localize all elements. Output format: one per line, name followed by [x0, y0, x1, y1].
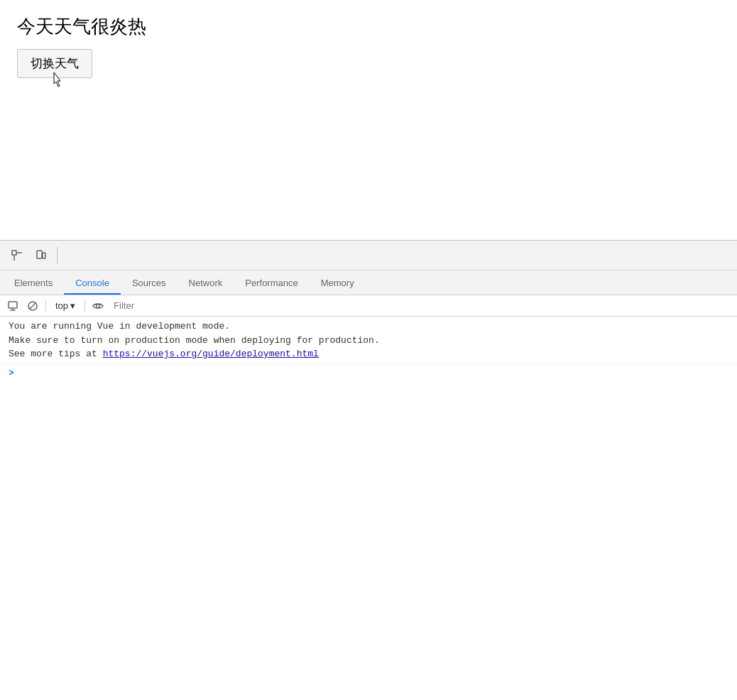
vue-message-line1: You are running Vue in development mode. — [9, 321, 230, 332]
inspect-icon — [11, 250, 23, 261]
filter-toggle-button[interactable] — [89, 297, 107, 315]
toggle-weather-button[interactable]: 切换天气 — [17, 49, 92, 78]
vue-message-line3-prefix: See more tips at — [9, 349, 103, 359]
tab-console[interactable]: Console — [64, 272, 121, 295]
tab-performance[interactable]: Performance — [234, 272, 309, 295]
prompt-arrow: > — [9, 368, 14, 378]
console-output: You are running Vue in development mode.… — [0, 317, 737, 700]
clear-console-button[interactable] — [4, 297, 21, 315]
devtools-toolbar — [0, 241, 737, 270]
vue-message-line2: Make sure to turn on production mode whe… — [9, 335, 380, 346]
tab-network[interactable]: Network — [178, 272, 234, 295]
context-label: top — [55, 300, 68, 311]
console-separator-2 — [84, 300, 85, 312]
eye-icon — [92, 302, 104, 310]
context-selector[interactable]: top ▾ — [50, 298, 80, 313]
tab-sources[interactable]: Sources — [121, 272, 178, 295]
svg-point-5 — [97, 304, 100, 307]
tab-memory[interactable]: Memory — [310, 272, 366, 295]
block-icon — [27, 300, 38, 312]
devtools-tabs: Elements Console Sources Network Perform… — [0, 270, 737, 295]
svg-rect-1 — [37, 251, 42, 258]
device-icon — [36, 250, 47, 261]
tab-elements[interactable]: Elements — [3, 272, 64, 295]
clear-icon — [7, 300, 18, 312]
page-content: 今天天气很炎热 切换天气 — [0, 0, 737, 240]
vue-deployment-link[interactable]: https://vuejs.org/guide/deployment.html — [103, 349, 319, 359]
console-toolbar: top ▾ — [0, 295, 737, 317]
console-prompt-line: > — [0, 365, 737, 381]
context-dropdown-arrow: ▾ — [70, 300, 75, 311]
toolbar-separator-1 — [57, 247, 58, 264]
vue-dev-message: You are running Vue in development mode.… — [0, 317, 737, 365]
svg-rect-2 — [43, 253, 45, 258]
device-toolbar-button[interactable] — [30, 244, 53, 267]
console-separator-1 — [45, 300, 46, 312]
block-button[interactable] — [24, 297, 41, 315]
devtools-panel: Elements Console Sources Network Perform… — [0, 240, 737, 700]
page-title: 今天天气很炎热 — [17, 14, 720, 39]
svg-rect-0 — [12, 251, 16, 255]
svg-rect-3 — [9, 302, 17, 308]
filter-input[interactable] — [109, 298, 733, 314]
inspect-element-button[interactable] — [6, 244, 28, 267]
